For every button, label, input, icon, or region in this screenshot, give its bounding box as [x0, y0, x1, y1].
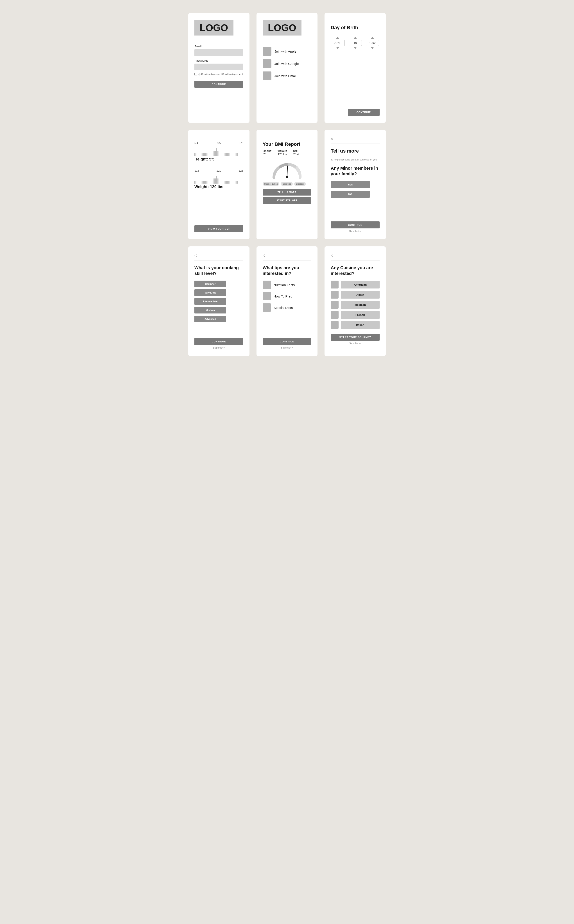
weight-value: Weight: 120 lbs — [194, 185, 243, 189]
dob-selectors: JUNE 10 1992 — [331, 37, 379, 49]
join-google-label[interactable]: Join with Google — [274, 62, 299, 66]
year-down-arrow[interactable] — [371, 47, 374, 49]
login-card: LOGO Email Passwords @ Condition Agreeme… — [188, 13, 249, 123]
bmi-height-stat: HEIGHT 5'5 — [263, 150, 272, 156]
join-email-label[interactable]: Join with Email — [274, 74, 296, 78]
dob-card: Day of Brith JUNE 10 1992 CONTINUE — [325, 13, 386, 123]
year-value[interactable]: 1992 — [366, 40, 379, 46]
svg-point-1 — [286, 176, 288, 178]
day-up-arrow[interactable] — [354, 37, 357, 39]
cooking-back[interactable]: < — [194, 253, 197, 258]
skill-very-little[interactable]: Very Little — [194, 289, 226, 296]
tell-more-subtitle: To help us provide great fit contents fo… — [331, 158, 377, 161]
height-stat-value: 5'5 — [263, 152, 266, 156]
skill-advanced[interactable]: Advanced — [194, 316, 226, 322]
height-stat-label: HEIGHT — [263, 150, 272, 152]
weight-stat-label: WEIGHT — [278, 150, 287, 152]
agreement-checkbox[interactable] — [194, 73, 197, 75]
tell-more-button[interactable]: TELL US MORE — [263, 189, 312, 196]
bmi-stat-label: BMI — [293, 150, 298, 152]
weight-ruler[interactable] — [194, 173, 243, 184]
bmi-tag-1: Excersise — [281, 182, 293, 186]
year-up-arrow[interactable] — [371, 37, 374, 39]
weight-label-high: 125 — [238, 169, 243, 172]
cuisine-french: French — [331, 311, 380, 319]
view-bmi-button[interactable]: VIEW YOUR BMI — [194, 225, 243, 233]
tips-continue-button[interactable]: CONTINUE — [263, 338, 312, 345]
american-button[interactable]: American — [341, 281, 380, 289]
height-labels: 5'4 5'5 5'6 — [194, 141, 243, 145]
start-journey-button[interactable]: START YOUR JOURNEY — [331, 334, 380, 341]
join-card: LOGO Join with Apple Join with Google Jo… — [257, 13, 318, 123]
password-input[interactable] — [194, 64, 243, 70]
day-value[interactable]: 10 — [348, 40, 362, 46]
email-input[interactable] — [194, 49, 243, 56]
email-icon — [263, 71, 271, 80]
nutrition-icon — [263, 281, 271, 289]
login-logo: LOGO — [194, 20, 233, 36]
asian-button[interactable]: Asian — [341, 291, 380, 299]
diets-icon — [263, 303, 271, 312]
email-label: Email — [194, 45, 243, 48]
diets-label: Special Diets — [274, 306, 293, 310]
main-grid: LOGO Email Passwords @ Condition Agreeme… — [188, 13, 386, 356]
month-value[interactable]: JUNE — [331, 40, 345, 46]
height-label-high: 5'6 — [240, 141, 243, 145]
dob-continue-button[interactable]: CONTINUE — [348, 109, 380, 116]
yes-button[interactable]: YES — [331, 181, 370, 188]
cuisine-italian: Italian — [331, 321, 380, 329]
tell-more-skip: Skip this>> — [331, 230, 380, 233]
bmi-tag-2: Excersise — [294, 182, 306, 186]
prep-label: How To Prep — [274, 294, 292, 298]
join-apple-row: Join with Apple — [263, 47, 312, 56]
month-up-arrow[interactable] — [336, 37, 339, 39]
cooking-title: What is your cooking skill level? — [194, 265, 243, 276]
cuisine-back[interactable]: < — [331, 253, 333, 258]
tell-more-back[interactable]: < — [331, 137, 333, 141]
agreement-row: @ Condition Agreement Condition Agreemen… — [194, 73, 243, 75]
skill-intermediate[interactable]: Intermediate — [194, 298, 226, 305]
bmi-card: Your BMI Report HEIGHT 5'5 WEIGHT 120 lb… — [257, 130, 318, 239]
google-icon — [263, 59, 271, 68]
skill-beginner[interactable]: Beginner — [194, 281, 226, 287]
american-icon — [331, 281, 339, 289]
tips-item-prep: How To Prep — [263, 292, 312, 300]
join-logo: LOGO — [263, 20, 302, 36]
weight-labels: 115 120 125 — [194, 169, 243, 172]
italian-button[interactable]: Italian — [341, 321, 380, 329]
login-continue-button[interactable]: CONTINUE — [194, 81, 243, 88]
tips-back[interactable]: < — [263, 253, 265, 258]
cooking-continue-button[interactable]: CONTINUE — [194, 338, 243, 345]
tell-more-continue-button[interactable]: CONTINUE — [331, 222, 380, 228]
month-down-arrow[interactable] — [336, 47, 339, 49]
cuisine-american: American — [331, 281, 380, 289]
bmi-gauge — [272, 161, 302, 179]
no-button[interactable]: NO — [331, 191, 370, 198]
skill-medium[interactable]: Medium — [194, 307, 226, 313]
day-down-arrow[interactable] — [354, 47, 357, 49]
prep-icon — [263, 292, 271, 300]
tips-card: < What tips are you interested in? Nutri… — [257, 247, 318, 356]
join-apple-label[interactable]: Join with Apple — [274, 50, 296, 53]
dob-year-selector: 1992 — [366, 37, 379, 49]
mexican-icon — [331, 301, 339, 309]
french-button[interactable]: French — [341, 311, 380, 319]
agreement-text: @ Condition Agreement Condition Agreemen… — [198, 73, 243, 75]
height-ruler[interactable] — [194, 146, 243, 156]
tips-item-nutrition: Nutrition Facts — [263, 281, 312, 289]
weight-stat-value: 120 lbs — [278, 152, 287, 156]
bmi-value-stat: BMI 23.4 — [293, 150, 299, 156]
tell-more-question: Any Minor members in your family? — [331, 165, 380, 177]
start-explore-button[interactable]: START EXPLORE — [263, 197, 312, 204]
height-label-mid: 5'5 — [217, 141, 221, 145]
italian-icon — [331, 321, 339, 329]
cuisine-title: Any Cuisine you are interested? — [331, 265, 380, 276]
cooking-card: < What is your cooking skill level? Begi… — [188, 247, 249, 356]
apple-icon — [263, 47, 271, 56]
bmi-tags: Balance Eating Excersise Excersise — [263, 182, 306, 186]
nutrition-label: Nutrition Facts — [274, 283, 295, 287]
dob-divider — [331, 20, 380, 20]
height-label-low: 5'4 — [194, 141, 198, 145]
join-email-row: Join with Email — [263, 71, 312, 80]
mexican-button[interactable]: Mexican — [341, 301, 380, 309]
